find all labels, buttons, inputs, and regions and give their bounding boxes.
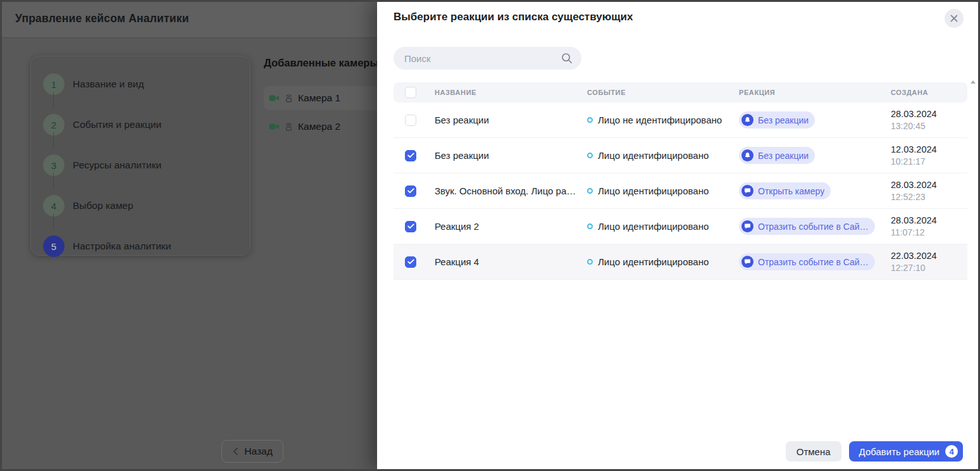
- add-reactions-button[interactable]: Добавить реакции 4: [849, 441, 963, 462]
- reaction-name: Реакция 4: [435, 256, 587, 267]
- reaction-name: Реакция 2: [435, 221, 587, 232]
- event-name: Лицо не идентифицировано: [598, 115, 722, 125]
- video-camera-icon: [269, 94, 280, 103]
- modal-footer: Отмена Добавить реакции 4: [786, 441, 963, 462]
- reaction-name: Без реакции: [435, 150, 587, 161]
- table-row[interactable]: Звук. Основной вход. Лицо ра… Лицо идент…: [394, 173, 967, 209]
- step-4-circle: 4: [43, 195, 65, 217]
- step-connector: [53, 92, 54, 108]
- event-status-dot-icon: [587, 223, 593, 229]
- bell-icon: [741, 114, 754, 126]
- search-input[interactable]: [394, 53, 561, 64]
- reaction-badge: Отразить событие в Сай…: [739, 253, 875, 270]
- chevron-left-icon: [232, 447, 239, 456]
- camera-label: Камера 1: [298, 92, 340, 104]
- reaction-badge: Без реакции: [739, 147, 815, 164]
- reaction-name: Звук. Основной вход. Лицо ра…: [435, 185, 587, 196]
- check-icon: [407, 259, 414, 265]
- event-name: Лицо идентифицировано: [598, 150, 709, 161]
- close-button[interactable]: [945, 9, 964, 28]
- row-checkbox[interactable]: [405, 221, 416, 232]
- step-1-name-and-type[interactable]: 1 Название и вид: [43, 64, 250, 104]
- column-header-event: СОБЫТИЕ: [587, 89, 739, 96]
- chat-bubble-icon: [741, 256, 754, 268]
- row-checkbox[interactable]: [405, 256, 416, 268]
- step-2-events-reactions[interactable]: 2 События и реакции: [43, 104, 250, 145]
- table-row[interactable]: Без реакции Лицо не идентифицировано Без…: [394, 103, 967, 138]
- reaction-badge-label: Отразить событие в Сай…: [758, 257, 869, 267]
- scrollbar-up-arrow-icon[interactable]: [971, 80, 976, 84]
- step-2-label: События и реакции: [73, 119, 161, 130]
- created-date: 28.03.2024: [891, 180, 967, 190]
- table-row[interactable]: Реакция 4 Лицо идентифицировано Отразить…: [394, 244, 967, 280]
- cancel-button[interactable]: Отмена: [786, 441, 841, 462]
- row-checkbox[interactable]: [405, 150, 416, 161]
- select-all-checkbox[interactable]: [405, 87, 416, 98]
- event-status-dot-icon: [587, 188, 593, 194]
- step-2-circle: 2: [43, 114, 65, 135]
- step-5-label: Настройка аналитики: [73, 241, 171, 252]
- row-checkbox[interactable]: [405, 115, 416, 126]
- step-5-circle: 5: [43, 236, 65, 257]
- step-connector: [53, 213, 54, 230]
- magnifier-icon[interactable]: [561, 53, 581, 64]
- network-device-icon: [283, 93, 294, 103]
- event-status-dot-icon: [587, 259, 593, 265]
- back-button[interactable]: Назад: [221, 440, 283, 463]
- reaction-badge-label: Без реакции: [758, 115, 809, 125]
- check-icon: [407, 153, 414, 158]
- row-checkbox[interactable]: [405, 185, 416, 197]
- reactions-table: НАЗВАНИЕ СОБЫТИЕ РЕАКЦИЯ СОЗДАНА Без реа…: [394, 82, 967, 280]
- camera-list-item-2[interactable]: Камера 2: [264, 115, 390, 139]
- search-box: [394, 47, 581, 70]
- reaction-badge: Без реакции: [739, 111, 815, 129]
- event-status-dot-icon: [587, 117, 593, 123]
- step-connector: [53, 173, 54, 189]
- event-status-dot-icon: [587, 153, 593, 158]
- table-row[interactable]: Без реакции Лицо идентифицировано Без ре…: [394, 138, 967, 173]
- reaction-name: Без реакции: [435, 115, 587, 125]
- chat-bubble-icon: [741, 185, 754, 197]
- event-name: Лицо идентифицировано: [598, 185, 709, 196]
- camera-list-item-1[interactable]: Камера 1: [264, 86, 390, 110]
- reaction-badge-label: Открыть камеру: [758, 186, 824, 196]
- step-1-label: Название и вид: [73, 78, 144, 90]
- page-title: Управление кейсом Аналитики: [15, 12, 189, 25]
- chat-bubble-icon: [741, 220, 754, 232]
- table-row[interactable]: Реакция 2 Лицо идентифицировано Отразить…: [394, 209, 967, 244]
- created-date: 12.03.2024: [891, 144, 967, 154]
- video-camera-icon: [269, 122, 280, 131]
- step-3-circle: 3: [43, 154, 65, 176]
- reaction-badge-label: Отразить событие в Сай…: [758, 222, 869, 232]
- created-date: 28.03.2024: [891, 109, 967, 119]
- check-icon: [407, 223, 414, 229]
- column-header-reaction: РЕАКЦИЯ: [739, 89, 891, 96]
- check-icon: [407, 188, 414, 194]
- step-1-circle: 1: [43, 73, 65, 95]
- modal-title: Выберите реакции из списка существующих: [394, 11, 633, 23]
- created-time: 11:07:12: [891, 227, 967, 237]
- created-time: 12:27:10: [891, 263, 967, 273]
- back-button-label: Назад: [244, 446, 272, 457]
- created-time: 13:20:45: [891, 121, 967, 131]
- created-date: 28.03.2024: [891, 215, 967, 225]
- step-3-label: Ресурсы аналитики: [73, 160, 161, 171]
- wizard-stepper: 1 Название и вид 2 События и реакции 3 Р…: [30, 56, 251, 256]
- add-reactions-label: Добавить реакции: [859, 446, 940, 457]
- created-time: 12:52:23: [891, 192, 967, 202]
- added-cameras-title: Добавленные камеры: [264, 57, 379, 69]
- created-date: 22.03.2024: [891, 251, 967, 261]
- event-name: Лицо идентифицировано: [598, 221, 709, 232]
- step-4-label: Выбор камер: [73, 200, 133, 211]
- step-3-analytics-resources[interactable]: 3 Ресурсы аналитики: [43, 145, 250, 185]
- table-header-row: НАЗВАНИЕ СОБЫТИЕ РЕАКЦИЯ СОЗДАНА: [394, 82, 967, 103]
- event-name: Лицо идентифицировано: [598, 256, 709, 267]
- reaction-badge: Открыть камеру: [739, 182, 831, 199]
- step-5-analytics-settings[interactable]: 5 Настройка аналитики: [43, 226, 250, 267]
- selected-count-badge: 4: [945, 445, 958, 458]
- camera-label: Камера 2: [298, 121, 340, 132]
- x-icon: [950, 15, 958, 22]
- network-device-icon: [283, 122, 294, 132]
- created-time: 10:21:17: [891, 156, 967, 166]
- step-4-camera-selection[interactable]: 4 Выбор камер: [43, 185, 250, 226]
